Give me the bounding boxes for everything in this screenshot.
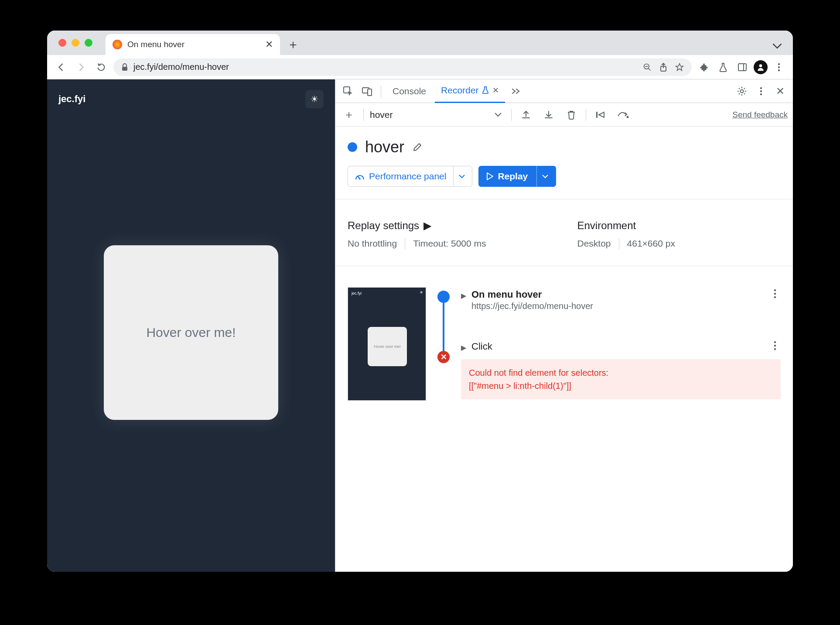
svg-rect-5 xyxy=(738,64,746,71)
step-menu-button[interactable] xyxy=(769,289,781,299)
page-brand[interactable]: jec.fyi xyxy=(58,93,85,105)
extensions-icon[interactable] xyxy=(696,59,712,75)
labs-icon[interactable] xyxy=(715,59,731,75)
replay-settings-label: Replay settings xyxy=(348,220,419,232)
devtools-menu-icon[interactable] xyxy=(753,83,769,100)
profile-avatar[interactable] xyxy=(754,60,768,74)
more-tabs-icon[interactable] xyxy=(508,83,524,100)
close-tab-button[interactable]: ✕ xyxy=(265,39,273,50)
replay-button[interactable]: Replay xyxy=(478,166,556,187)
mini-sun-icon: ☀ xyxy=(420,290,423,295)
flask-icon xyxy=(482,86,489,94)
import-icon[interactable] xyxy=(540,106,557,123)
env-device-value: Desktop xyxy=(577,238,611,249)
svg-point-23 xyxy=(774,296,776,299)
recorder-toolbar: ＋ hover Send feedback xyxy=(335,103,793,127)
svg-point-26 xyxy=(774,348,776,350)
edit-title-button[interactable] xyxy=(412,142,423,152)
bookmark-icon[interactable] xyxy=(675,63,684,72)
action-buttons-row: Performance panel Replay xyxy=(348,166,781,187)
recording-selector[interactable]: hover xyxy=(370,110,505,120)
new-tab-button[interactable]: ＋ xyxy=(284,36,302,53)
chevron-down-icon xyxy=(495,113,502,117)
caret-right-icon: ▶ xyxy=(461,289,466,300)
step-title: Click xyxy=(471,341,764,352)
continue-icon[interactable] xyxy=(615,106,632,123)
share-icon[interactable] xyxy=(659,63,667,72)
play-icon xyxy=(486,172,493,180)
forward-button[interactable] xyxy=(73,59,89,75)
step-item-navigate[interactable]: ▶ On menu hover https://jec.fyi/demo/men… xyxy=(461,287,781,313)
recording-title: hover xyxy=(365,138,404,156)
replay-settings-group: Replay settings ▶ No throttling Timeout:… xyxy=(348,220,551,249)
svg-point-8 xyxy=(778,63,780,65)
tab-recorder[interactable]: Recorder ✕ xyxy=(435,79,505,103)
step-item-click[interactable]: ▶ Click xyxy=(461,339,781,354)
devtools-panel: Console Recorder ✕ ✕ xyxy=(335,79,793,572)
timeline-connector xyxy=(443,303,444,351)
performance-panel-button[interactable]: Performance panel xyxy=(348,166,472,187)
inspect-element-icon[interactable] xyxy=(340,83,356,100)
tab-console[interactable]: Console xyxy=(386,79,432,103)
step-url: https://jec.fyi/demo/menu-hover xyxy=(471,301,764,311)
minimize-window-button[interactable] xyxy=(72,39,79,47)
env-size-value: 461×660 px xyxy=(627,238,675,249)
hover-card[interactable]: Hover over me! xyxy=(104,245,278,420)
close-window-button[interactable] xyxy=(58,39,66,47)
zoom-icon[interactable] xyxy=(643,63,652,72)
svg-rect-18 xyxy=(596,112,598,118)
reload-button[interactable] xyxy=(93,59,109,75)
sidepanel-icon[interactable] xyxy=(734,59,750,75)
close-tab-icon[interactable]: ✕ xyxy=(492,86,499,95)
svg-point-9 xyxy=(778,66,780,68)
mini-brand: jec.fyi xyxy=(352,291,362,295)
steps-list: ▶ On menu hover https://jec.fyi/demo/men… xyxy=(461,287,781,401)
caret-right-icon: ▶ xyxy=(423,220,431,232)
step-timeline: ✕ xyxy=(435,287,452,401)
expand-tabs-button[interactable] xyxy=(768,41,786,52)
tab-bar: On menu hover ✕ ＋ xyxy=(47,31,793,55)
browser-tab[interactable]: On menu hover ✕ xyxy=(106,34,280,55)
device-toolbar-icon[interactable] xyxy=(359,83,376,100)
maximize-window-button[interactable] xyxy=(85,39,92,47)
svg-point-7 xyxy=(759,64,762,67)
svg-point-17 xyxy=(760,93,762,95)
mini-hover-text: Hover over me! xyxy=(374,344,401,349)
settings-gear-icon[interactable] xyxy=(734,83,750,100)
caret-right-icon: ▶ xyxy=(461,341,466,352)
step-over-icon[interactable] xyxy=(592,106,609,123)
throttling-value: No throttling xyxy=(348,238,397,249)
svg-rect-0 xyxy=(122,67,127,71)
browser-menu-button[interactable] xyxy=(771,59,787,75)
replay-settings-title[interactable]: Replay settings ▶ xyxy=(348,220,551,232)
back-button[interactable] xyxy=(53,59,69,75)
timeout-value: Timeout: 5000 ms xyxy=(413,238,486,249)
address-bar[interactable]: jec.fyi/demo/menu-hover xyxy=(113,58,692,76)
recorder-body: hover Performance panel Replay xyxy=(335,127,793,412)
browser-window: On menu hover ✕ ＋ jec.fyi/demo/menu-hove… xyxy=(47,31,793,572)
new-recording-button[interactable]: ＋ xyxy=(341,106,357,123)
send-feedback-link[interactable]: Send feedback xyxy=(732,110,788,120)
recording-selector-value: hover xyxy=(370,110,393,120)
svg-point-19 xyxy=(627,116,629,118)
replay-dropdown[interactable] xyxy=(536,166,548,187)
timeline-dot-start xyxy=(437,291,450,303)
tab-title: On menu hover xyxy=(127,40,184,49)
export-icon[interactable] xyxy=(518,106,534,123)
svg-point-24 xyxy=(774,341,776,343)
theme-toggle-button[interactable]: ☀ xyxy=(305,90,324,108)
svg-point-20 xyxy=(359,178,361,180)
tab-console-label: Console xyxy=(393,86,426,96)
url-text: jec.fyi/demo/menu-hover xyxy=(133,62,229,72)
error-text-line1: Could not find element for selectors: xyxy=(469,366,773,379)
step-menu-button[interactable] xyxy=(769,341,781,350)
page-preview: jec.fyi ☀ Hover over me! xyxy=(47,79,335,572)
performance-panel-dropdown[interactable] xyxy=(453,166,465,187)
close-devtools-icon[interactable]: ✕ xyxy=(772,83,789,100)
devtools-tab-bar: Console Recorder ✕ ✕ xyxy=(335,79,793,103)
recording-title-row: hover xyxy=(348,138,781,156)
step-title: On menu hover xyxy=(471,289,764,300)
address-bar-row: jec.fyi/demo/menu-hover xyxy=(47,55,793,79)
svg-point-14 xyxy=(741,89,744,93)
delete-icon[interactable] xyxy=(563,106,580,123)
